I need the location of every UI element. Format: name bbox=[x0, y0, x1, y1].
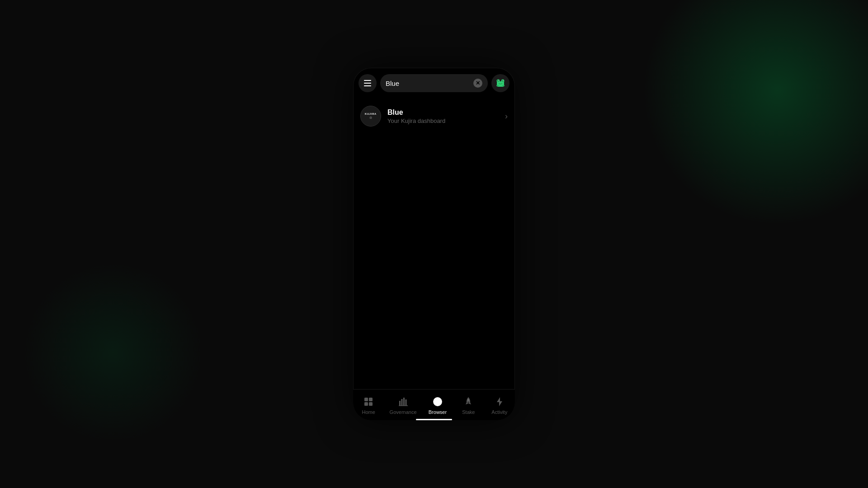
nav-item-activity[interactable]: Activity bbox=[486, 394, 513, 417]
search-result-item[interactable]: KUJIRA ⚙ Blue Your Kujira dashboard › bbox=[353, 100, 515, 132]
nav-label-activity: Activity bbox=[491, 409, 507, 415]
svg-rect-18 bbox=[403, 398, 405, 406]
svg-rect-13 bbox=[364, 402, 368, 406]
svg-point-22 bbox=[467, 402, 470, 404]
nav-item-browser[interactable]: Browser bbox=[424, 394, 451, 417]
nav-label-governance: Governance bbox=[390, 409, 417, 415]
top-bar: Blue ✕ bbox=[353, 68, 515, 97]
svg-text:KUJIRA: KUJIRA bbox=[365, 113, 377, 115]
svg-point-4 bbox=[502, 80, 504, 82]
svg-rect-15 bbox=[369, 402, 373, 406]
svg-text:⚙: ⚙ bbox=[369, 116, 372, 119]
phone-frame: Blue ✕ bbox=[353, 68, 515, 420]
svg-rect-12 bbox=[364, 398, 368, 401]
nav-label-home: Home bbox=[362, 409, 375, 415]
nav-item-stake[interactable]: Stake bbox=[455, 394, 482, 417]
svg-rect-19 bbox=[405, 399, 406, 406]
clear-search-button[interactable]: ✕ bbox=[473, 79, 482, 88]
bottom-navigation: Home Governance bbox=[353, 389, 515, 420]
search-bar[interactable]: Blue ✕ bbox=[380, 74, 488, 92]
activity-icon bbox=[494, 396, 505, 408]
svg-rect-14 bbox=[369, 398, 373, 401]
governance-icon bbox=[397, 396, 409, 408]
svg-point-3 bbox=[497, 80, 499, 82]
nav-label-stake: Stake bbox=[462, 409, 475, 415]
wallet-button[interactable] bbox=[491, 74, 509, 92]
nav-item-home[interactable]: Home bbox=[355, 394, 382, 417]
stake-icon bbox=[462, 396, 474, 408]
browser-icon bbox=[432, 396, 443, 408]
svg-rect-20 bbox=[399, 405, 408, 406]
nav-active-indicator bbox=[416, 419, 452, 420]
content-area: KUJIRA ⚙ Blue Your Kujira dashboard › bbox=[353, 97, 515, 389]
svg-point-5 bbox=[498, 80, 499, 80]
result-chevron-icon: › bbox=[505, 112, 508, 121]
nav-label-browser: Browser bbox=[429, 409, 447, 415]
result-info: Blue Your Kujira dashboard bbox=[387, 108, 499, 124]
svg-rect-17 bbox=[401, 399, 402, 406]
search-value: Blue bbox=[386, 80, 470, 87]
result-subtitle: Your Kujira dashboard bbox=[387, 117, 499, 124]
svg-rect-8 bbox=[502, 85, 505, 86]
background-glow-right bbox=[642, 0, 868, 226]
home-icon bbox=[363, 396, 374, 408]
background-glow-left bbox=[23, 262, 203, 443]
hamburger-icon bbox=[364, 80, 371, 86]
menu-button[interactable] bbox=[359, 74, 377, 92]
svg-point-23 bbox=[468, 399, 469, 401]
kujira-logo-svg: KUJIRA ⚙ bbox=[361, 106, 381, 127]
svg-rect-7 bbox=[496, 85, 499, 86]
svg-rect-16 bbox=[399, 401, 401, 406]
svg-point-6 bbox=[503, 80, 503, 80]
result-title: Blue bbox=[387, 108, 499, 117]
nav-item-governance[interactable]: Governance bbox=[386, 394, 420, 417]
frog-wallet-icon bbox=[494, 77, 507, 89]
result-logo: KUJIRA ⚙ bbox=[360, 106, 381, 127]
